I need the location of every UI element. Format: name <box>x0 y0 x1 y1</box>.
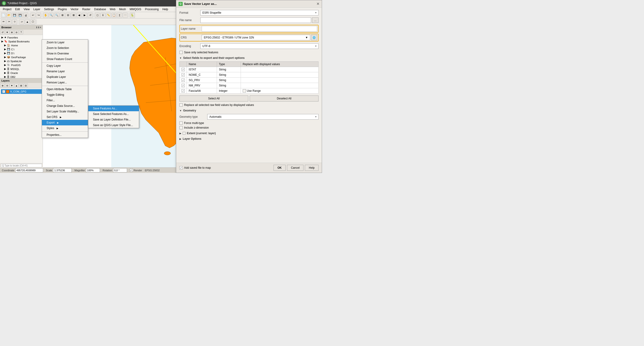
browser-spatial-bookmarks[interactable]: ▶🔖Spatial Bookmarks <box>0 40 42 43</box>
menu-view[interactable]: View <box>22 7 32 11</box>
export-save-style[interactable]: Save as QGIS Layer Style File... <box>88 122 139 128</box>
tb-stats[interactable]: Σ <box>117 13 122 18</box>
browser-postgis[interactable]: ▶🐘PostGIS <box>0 63 42 67</box>
layers-tb-1[interactable]: ⊕ <box>0 84 5 88</box>
ok-button[interactable]: OK <box>274 165 286 167</box>
ctx-filter[interactable]: Filter... <box>42 98 88 103</box>
extent-checkbox[interactable] <box>183 132 186 135</box>
tb-zoom-in[interactable]: 🔍 <box>49 13 54 18</box>
tb-undo[interactable]: ↩ <box>30 13 36 18</box>
menu-mesh[interactable]: Mesh <box>117 7 128 11</box>
ctx-set-crs[interactable]: Set CRS ▶ <box>42 114 88 120</box>
ctx-rename-layer[interactable]: Rename Layer <box>42 68 88 74</box>
save-selected-checkbox[interactable] <box>180 51 183 54</box>
ctx-open-attribute-table[interactable]: Open Attribute Table <box>42 86 88 92</box>
menu-plugins[interactable]: Plugins <box>56 7 68 11</box>
ctx-change-data-source[interactable]: Change Data Source... <box>42 103 88 109</box>
tb-measure[interactable]: 📏 <box>106 13 111 18</box>
crs-select[interactable]: EPSG:25832 - ETRS89 / UTM zone 32N ▼ <box>202 35 310 40</box>
field-check-nmprv[interactable]: ✓ <box>182 84 185 87</box>
field-check-nomec[interactable]: ✓ <box>182 73 185 76</box>
layer-checkbox[interactable]: ✓ <box>2 90 5 93</box>
field-check-sgprv[interactable]: ✓ <box>182 78 185 82</box>
browser-mssql[interactable]: ▶🗄MSSQL <box>0 67 42 71</box>
cancel-button[interactable]: Cancel <box>287 165 304 167</box>
magnifier-input[interactable] <box>86 168 100 172</box>
ctx-duplicate-layer[interactable]: Duplicate Layer <box>42 74 88 80</box>
replace-raw-checkbox[interactable] <box>180 103 183 106</box>
menu-database[interactable]: Database <box>92 7 108 11</box>
ctx-zoom-to-selection[interactable]: Zoom to Selection <box>42 45 88 51</box>
select-all-button[interactable]: Select All <box>180 96 248 102</box>
encoding-select[interactable]: UTF-8 ▼ <box>200 43 318 49</box>
ctx-show-in-overview[interactable]: Show in Overview <box>42 51 88 56</box>
menu-vector[interactable]: Vector <box>69 7 80 11</box>
tb-zoom-layer[interactable]: ⊟ <box>65 13 70 18</box>
tb-edit-3[interactable]: ⬡ <box>30 19 36 24</box>
tb-new[interactable]: 📄 <box>1 13 6 18</box>
coordinate-input[interactable] <box>15 168 43 172</box>
ctx-toggle-editing[interactable]: Toggle Editing <box>42 92 88 98</box>
field-check-fasciaalti[interactable]: ✓ <box>182 89 185 92</box>
ctx-remove-layer[interactable]: Remove Layer... <box>42 80 88 85</box>
browser-c[interactable]: ▶💾C:\ <box>0 47 42 51</box>
layers-tb-3[interactable]: ▼ <box>10 84 14 88</box>
ctx-copy-layer[interactable]: Copy Layer <box>42 63 88 68</box>
export-save-selected[interactable]: Save Selected Features As... <box>88 111 139 117</box>
browser-tb-3[interactable]: ⊕ <box>10 30 14 34</box>
tb-print[interactable]: 🖨 <box>23 13 28 18</box>
tb-pan[interactable]: ✋ <box>43 13 48 18</box>
browser-d[interactable]: ▶💾D:\ <box>0 51 42 55</box>
menu-web[interactable]: Web <box>108 7 117 11</box>
browser-favorites[interactable]: ▶★Favorites <box>0 36 42 40</box>
tb-digitize-3[interactable]: ⊹ <box>12 19 17 24</box>
menu-project[interactable]: Project <box>1 7 13 11</box>
browser-tb-1[interactable]: ↺ <box>0 30 5 34</box>
tb-save-as[interactable]: 💾 <box>18 13 23 18</box>
force-multi-checkbox[interactable] <box>180 122 183 125</box>
ctx-scale-visibility[interactable]: Set Layer Scale Visibility... <box>42 109 88 114</box>
menu-processing[interactable]: Processing <box>143 7 160 11</box>
ctx-zoom-to-layer[interactable]: Zoom to Layer <box>42 40 88 45</box>
browser-home[interactable]: ▶🏠Home <box>0 43 42 47</box>
tb-attr-table[interactable]: 📋 <box>112 13 116 18</box>
extent-section-header[interactable]: ▶ Extent (current: layer) <box>180 132 318 135</box>
layer-options-section-header[interactable]: ▶ Layer Options <box>180 137 318 140</box>
tb-digitize-2[interactable]: ✂ <box>6 19 12 24</box>
tb-open[interactable]: 📂 <box>6 13 12 18</box>
add-to-map-checkbox[interactable]: ✓ <box>180 166 183 167</box>
help-button[interactable]: Help <box>305 165 318 167</box>
layer-v-com-gpg[interactable]: ✓ V_COM_GPG <box>1 89 42 94</box>
menu-help[interactable]: Help <box>161 7 170 11</box>
tb-zoom-next[interactable]: ▶ <box>82 13 87 18</box>
tb-select[interactable]: ◻ <box>95 13 100 18</box>
tb-zoom-prev[interactable]: ◀ <box>76 13 82 18</box>
browser-tb-4[interactable]: ⊖ <box>14 30 18 34</box>
browser-tb-5[interactable]: ? <box>19 30 23 34</box>
menu-mmqgis[interactable]: MMQGIS <box>128 7 143 11</box>
browser-geopackage[interactable]: ▶📦GeoPackage <box>0 55 42 59</box>
tb-zoom-out[interactable]: 🔍 <box>54 13 59 18</box>
crs-globe-btn[interactable]: 🌐 <box>311 35 317 40</box>
tb-redo[interactable]: ↪ <box>36 13 41 18</box>
menu-settings[interactable]: Settings <box>42 7 56 11</box>
menu-layer[interactable]: Layer <box>32 7 42 11</box>
geometry-section-header[interactable]: ▼ Geometry <box>180 109 318 112</box>
tb-edit-2[interactable]: ▲ <box>25 19 30 24</box>
use-range-checkbox[interactable] <box>243 89 246 92</box>
field-check-istat[interactable]: ✓ <box>182 68 185 71</box>
tb-digitize-1[interactable]: ✏ <box>1 19 6 24</box>
menu-edit[interactable]: Edit <box>13 7 22 11</box>
tb-refresh[interactable]: ↺ <box>88 13 93 18</box>
tb-more1[interactable]: ⋯ <box>123 13 128 18</box>
tb-edit-1[interactable]: ▱ <box>19 19 24 24</box>
browser-oracle[interactable]: ▶🗄Oracle <box>0 71 42 75</box>
ctx-export[interactable]: Export ▶ <box>42 120 88 126</box>
tb-python[interactable]: 🐍 <box>130 13 135 18</box>
ctx-styles[interactable]: Styles ▶ <box>42 126 88 131</box>
layers-tb-5[interactable]: ⊞ <box>19 84 23 88</box>
tb-zoom-sel[interactable]: ⊠ <box>71 13 76 18</box>
browser-db2[interactable]: ▶🗄DB2 <box>0 75 42 78</box>
tb-zoom-full[interactable]: ⊞ <box>60 13 65 18</box>
ctx-properties[interactable]: Properties... <box>42 132 88 138</box>
